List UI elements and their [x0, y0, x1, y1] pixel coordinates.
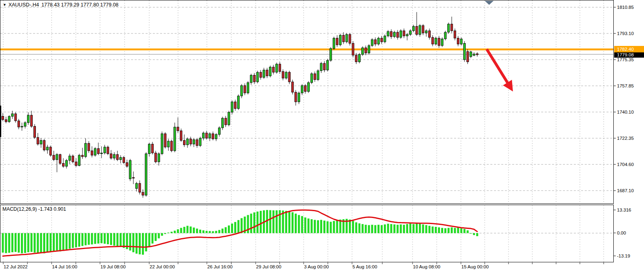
candle-bullish — [377, 38, 379, 44]
macd-histogram-bar — [56, 233, 58, 251]
candle-bullish — [285, 72, 287, 78]
macd-histogram-bar — [323, 220, 325, 233]
candle-bullish — [441, 39, 443, 46]
macd-histogram-bar — [409, 223, 411, 233]
macd-histogram-bar — [413, 224, 415, 233]
symbol-dropdown-icon[interactable]: ▼ — [3, 3, 6, 7]
candle-bearish — [260, 72, 262, 77]
macd-histogram-bar — [422, 224, 424, 233]
candle-bullish — [104, 147, 106, 153]
candle-bullish — [470, 52, 472, 56]
candle-bullish — [368, 46, 370, 53]
price-axis-label: 1704.60 — [617, 162, 634, 167]
macd-histogram-bar — [161, 233, 163, 236]
candle-bearish — [139, 183, 141, 192]
candle-bullish — [413, 26, 415, 31]
candle-bullish — [358, 54, 361, 62]
macd-histogram-bar — [377, 225, 379, 233]
candle-bearish — [342, 35, 344, 42]
candle-bearish — [288, 72, 290, 82]
price-line-badge: 1782.40 — [614, 46, 644, 53]
candle-bullish — [463, 44, 465, 60]
candle-bearish — [282, 71, 284, 78]
macd-histogram-bar — [444, 228, 446, 233]
candle-bearish — [422, 25, 424, 33]
horizontal-price-line[interactable] — [0, 48, 614, 50]
macd-histogram-bar — [292, 212, 294, 233]
macd-histogram-bar — [473, 233, 475, 235]
macd-histogram-bar — [260, 211, 262, 233]
candle-bullish — [387, 31, 389, 36]
candle-bullish — [448, 24, 450, 32]
candle-bullish — [320, 63, 322, 71]
macd-histogram-bar — [396, 225, 398, 233]
candle-bullish — [78, 155, 80, 166]
macd-axis-label: 0.00 — [617, 230, 626, 236]
candle-bearish — [15, 114, 17, 121]
trend-arrow[interactable] — [487, 49, 513, 91]
candle-bearish — [117, 154, 119, 160]
macd-histogram-bar — [209, 231, 211, 233]
candle-bearish — [206, 133, 208, 138]
macd-histogram-bar — [33, 233, 35, 253]
candle-bearish — [97, 149, 99, 154]
candle-bearish — [454, 31, 456, 38]
macd-histogram-bar — [333, 221, 335, 233]
macd-histogram-bar — [69, 233, 71, 249]
macd-histogram-bar — [81, 233, 83, 246]
macd-histogram-bar — [132, 233, 134, 252]
macd-histogram-bar — [158, 233, 160, 239]
macd-histogram-bar — [368, 225, 370, 233]
macd-histogram-bar — [371, 225, 373, 233]
macd-histogram-bar — [438, 227, 440, 233]
candle-bullish — [409, 31, 411, 34]
time-axis-label: 22 Jul 00:00 — [150, 264, 175, 269]
macd-histogram-bar — [381, 225, 383, 233]
candle-bearish — [438, 38, 440, 46]
candle-bullish — [8, 116, 10, 122]
main-pane-border — [0, 0, 614, 204]
candle-bullish — [307, 83, 309, 91]
macd-histogram-bar — [193, 228, 195, 233]
macd-histogram-bar — [123, 233, 125, 248]
candle-bullish — [444, 32, 446, 39]
macd-histogram-bar — [142, 233, 144, 255]
candle-bearish — [164, 134, 166, 147]
candle-bullish — [161, 134, 163, 154]
candle-bullish — [394, 32, 396, 37]
candle-bullish — [120, 158, 122, 160]
candle-bearish — [295, 92, 297, 102]
candle-bearish — [253, 75, 255, 82]
macd-histogram-bar — [167, 233, 169, 233]
macd-histogram-bar — [190, 226, 192, 233]
candle-bullish — [193, 140, 195, 144]
candle-bearish — [154, 153, 156, 162]
macd-histogram-bar — [94, 233, 96, 244]
macd-histogram-bar — [148, 233, 150, 247]
candle-bullish — [46, 147, 48, 150]
candle-bearish — [75, 162, 77, 166]
candle-bullish — [65, 160, 67, 166]
macd-histogram-bar — [117, 233, 119, 247]
time-axis-label: 14 Jul 16:00 — [52, 264, 77, 269]
candle-bullish — [202, 133, 204, 138]
candle-bearish — [37, 137, 39, 144]
macd-histogram-bar — [435, 227, 437, 233]
candle-bearish — [431, 37, 434, 44]
macd-histogram-bar — [186, 226, 188, 233]
macd-histogram-bar — [145, 233, 147, 251]
candle-bearish — [476, 54, 478, 55]
candle-bullish — [148, 144, 150, 154]
price-chart-canvas[interactable] — [0, 0, 644, 272]
candle-bullish — [145, 154, 147, 195]
candle-bullish — [56, 154, 58, 160]
candle-bearish — [467, 52, 469, 62]
candle-bearish — [196, 140, 198, 146]
macd-histogram-bar — [238, 220, 240, 233]
candle-bearish — [63, 163, 65, 166]
candle-bullish — [327, 60, 329, 70]
macd-histogram-bar — [428, 226, 430, 233]
macd-histogram-bar — [250, 214, 252, 233]
macd-histogram-bar — [59, 233, 61, 251]
candle-bullish — [113, 154, 115, 158]
